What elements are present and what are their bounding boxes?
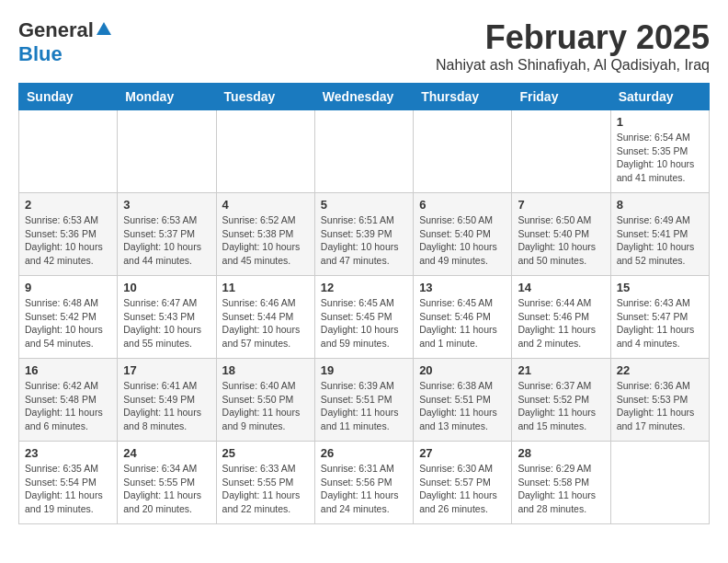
cell-text: Sunrise: 6:49 AM Sunset: 5:41 PM Dayligh… <box>617 213 703 268</box>
calendar-cell: 28Sunrise: 6:29 AM Sunset: 5:58 PM Dayli… <box>512 442 610 524</box>
calendar-cell: 20Sunrise: 6:38 AM Sunset: 5:51 PM Dayli… <box>414 359 512 442</box>
day-number: 25 <box>222 446 309 460</box>
calendar-cell <box>610 442 709 524</box>
cell-text: Sunrise: 6:45 AM Sunset: 5:45 PM Dayligh… <box>321 296 407 350</box>
day-number: 22 <box>617 363 703 377</box>
cell-text: Sunrise: 6:53 AM Sunset: 5:36 PM Dayligh… <box>25 213 111 268</box>
calendar-cell <box>118 110 216 193</box>
day-number: 1 <box>617 115 703 129</box>
calendar-cell: 15Sunrise: 6:43 AM Sunset: 5:47 PM Dayli… <box>610 276 709 359</box>
day-number: 13 <box>419 281 506 294</box>
logo: General Blue <box>18 18 112 66</box>
calendar-cell: 22Sunrise: 6:36 AM Sunset: 5:53 PM Dayli… <box>610 359 709 442</box>
weekday-header-wednesday: Wednesday <box>314 84 413 110</box>
calendar-cell: 8Sunrise: 6:49 AM Sunset: 5:41 PM Daylig… <box>610 193 709 276</box>
week-row-3: 9Sunrise: 6:48 AM Sunset: 5:42 PM Daylig… <box>19 276 710 359</box>
calendar-table: SundayMondayTuesdayWednesdayThursdayFrid… <box>18 83 710 524</box>
weekday-header-thursday: Thursday <box>414 84 512 110</box>
calendar-cell: 6Sunrise: 6:50 AM Sunset: 5:40 PM Daylig… <box>414 193 512 276</box>
calendar-cell: 16Sunrise: 6:42 AM Sunset: 5:48 PM Dayli… <box>19 359 118 442</box>
cell-text: Sunrise: 6:48 AM Sunset: 5:42 PM Dayligh… <box>25 296 111 350</box>
cell-text: Sunrise: 6:40 AM Sunset: 5:50 PM Dayligh… <box>222 379 309 433</box>
calendar-cell: 13Sunrise: 6:45 AM Sunset: 5:46 PM Dayli… <box>414 276 512 359</box>
calendar-cell: 4Sunrise: 6:52 AM Sunset: 5:38 PM Daylig… <box>216 193 314 276</box>
calendar-cell: 24Sunrise: 6:34 AM Sunset: 5:55 PM Dayli… <box>118 442 216 524</box>
day-number: 2 <box>25 198 111 212</box>
day-number: 14 <box>518 281 604 294</box>
day-number: 4 <box>222 198 309 212</box>
day-number: 9 <box>25 281 111 294</box>
calendar-cell: 27Sunrise: 6:30 AM Sunset: 5:57 PM Dayli… <box>414 442 512 524</box>
logo-general: General <box>18 18 94 42</box>
day-number: 26 <box>321 446 407 460</box>
day-number: 16 <box>25 363 111 377</box>
location-title: Nahiyat ash Shinafiyah, Al Qadisiyah, Ir… <box>436 57 710 74</box>
weekday-header-sunday: Sunday <box>19 84 118 110</box>
cell-text: Sunrise: 6:37 AM Sunset: 5:52 PM Dayligh… <box>518 379 604 433</box>
cell-text: Sunrise: 6:42 AM Sunset: 5:48 PM Dayligh… <box>25 379 111 433</box>
cell-text: Sunrise: 6:41 AM Sunset: 5:49 PM Dayligh… <box>123 379 210 433</box>
calendar-cell: 1Sunrise: 6:54 AM Sunset: 5:35 PM Daylig… <box>610 110 709 193</box>
cell-text: Sunrise: 6:35 AM Sunset: 5:54 PM Dayligh… <box>25 462 111 516</box>
day-number: 24 <box>123 446 210 460</box>
calendar-cell: 25Sunrise: 6:33 AM Sunset: 5:55 PM Dayli… <box>216 442 314 524</box>
day-number: 7 <box>518 198 604 212</box>
calendar-cell: 11Sunrise: 6:46 AM Sunset: 5:44 PM Dayli… <box>216 276 314 359</box>
day-number: 12 <box>321 281 407 294</box>
weekday-header-saturday: Saturday <box>610 84 709 110</box>
calendar-cell: 19Sunrise: 6:39 AM Sunset: 5:51 PM Dayli… <box>314 359 413 442</box>
day-number: 8 <box>617 198 703 212</box>
calendar-cell: 21Sunrise: 6:37 AM Sunset: 5:52 PM Dayli… <box>512 359 610 442</box>
calendar-cell: 5Sunrise: 6:51 AM Sunset: 5:39 PM Daylig… <box>314 193 413 276</box>
cell-text: Sunrise: 6:39 AM Sunset: 5:51 PM Dayligh… <box>321 379 407 433</box>
day-number: 27 <box>419 446 506 460</box>
day-number: 5 <box>321 198 407 212</box>
cell-text: Sunrise: 6:51 AM Sunset: 5:39 PM Dayligh… <box>321 213 407 268</box>
week-row-5: 23Sunrise: 6:35 AM Sunset: 5:54 PM Dayli… <box>19 442 710 524</box>
header: General Blue February 2025 Nahiyat ash S… <box>18 18 710 74</box>
day-number: 19 <box>321 363 407 377</box>
cell-text: Sunrise: 6:31 AM Sunset: 5:56 PM Dayligh… <box>321 462 407 516</box>
day-number: 11 <box>222 281 309 294</box>
day-number: 3 <box>123 198 210 212</box>
weekday-header-monday: Monday <box>118 84 216 110</box>
calendar-cell: 23Sunrise: 6:35 AM Sunset: 5:54 PM Dayli… <box>19 442 118 524</box>
calendar-cell: 14Sunrise: 6:44 AM Sunset: 5:46 PM Dayli… <box>512 276 610 359</box>
cell-text: Sunrise: 6:36 AM Sunset: 5:53 PM Dayligh… <box>617 379 703 433</box>
calendar-cell: 3Sunrise: 6:53 AM Sunset: 5:37 PM Daylig… <box>118 193 216 276</box>
day-number: 6 <box>419 198 506 212</box>
day-number: 20 <box>419 363 506 377</box>
calendar-cell: 7Sunrise: 6:50 AM Sunset: 5:40 PM Daylig… <box>512 193 610 276</box>
day-number: 10 <box>123 281 210 294</box>
title-area: February 2025 Nahiyat ash Shinafiyah, Al… <box>436 18 710 74</box>
month-title: February 2025 <box>436 18 710 57</box>
weekday-header-tuesday: Tuesday <box>216 84 314 110</box>
cell-text: Sunrise: 6:34 AM Sunset: 5:55 PM Dayligh… <box>123 462 210 516</box>
logo-blue: Blue <box>18 42 63 65</box>
cell-text: Sunrise: 6:52 AM Sunset: 5:38 PM Dayligh… <box>222 213 309 268</box>
cell-text: Sunrise: 6:33 AM Sunset: 5:55 PM Dayligh… <box>222 462 309 516</box>
cell-text: Sunrise: 6:44 AM Sunset: 5:46 PM Dayligh… <box>518 296 604 350</box>
week-row-4: 16Sunrise: 6:42 AM Sunset: 5:48 PM Dayli… <box>19 359 710 442</box>
day-number: 21 <box>518 363 604 377</box>
calendar-cell: 17Sunrise: 6:41 AM Sunset: 5:49 PM Dayli… <box>118 359 216 442</box>
cell-text: Sunrise: 6:47 AM Sunset: 5:43 PM Dayligh… <box>123 296 210 350</box>
cell-text: Sunrise: 6:43 AM Sunset: 5:47 PM Dayligh… <box>617 296 703 350</box>
day-number: 18 <box>222 363 309 377</box>
cell-text: Sunrise: 6:38 AM Sunset: 5:51 PM Dayligh… <box>419 379 506 433</box>
calendar-cell <box>414 110 512 193</box>
weekday-header-friday: Friday <box>512 84 610 110</box>
cell-text: Sunrise: 6:45 AM Sunset: 5:46 PM Dayligh… <box>419 296 506 350</box>
weekday-header-row: SundayMondayTuesdayWednesdayThursdayFrid… <box>19 84 710 110</box>
day-number: 23 <box>25 446 111 460</box>
calendar-cell <box>19 110 118 193</box>
cell-text: Sunrise: 6:54 AM Sunset: 5:35 PM Dayligh… <box>617 131 703 185</box>
calendar-cell <box>216 110 314 193</box>
week-row-2: 2Sunrise: 6:53 AM Sunset: 5:36 PM Daylig… <box>19 193 710 276</box>
calendar-cell: 10Sunrise: 6:47 AM Sunset: 5:43 PM Dayli… <box>118 276 216 359</box>
logo-icon <box>96 20 112 40</box>
day-number: 28 <box>518 446 604 460</box>
cell-text: Sunrise: 6:50 AM Sunset: 5:40 PM Dayligh… <box>518 213 604 268</box>
calendar-cell: 26Sunrise: 6:31 AM Sunset: 5:56 PM Dayli… <box>314 442 413 524</box>
cell-text: Sunrise: 6:29 AM Sunset: 5:58 PM Dayligh… <box>518 462 604 516</box>
